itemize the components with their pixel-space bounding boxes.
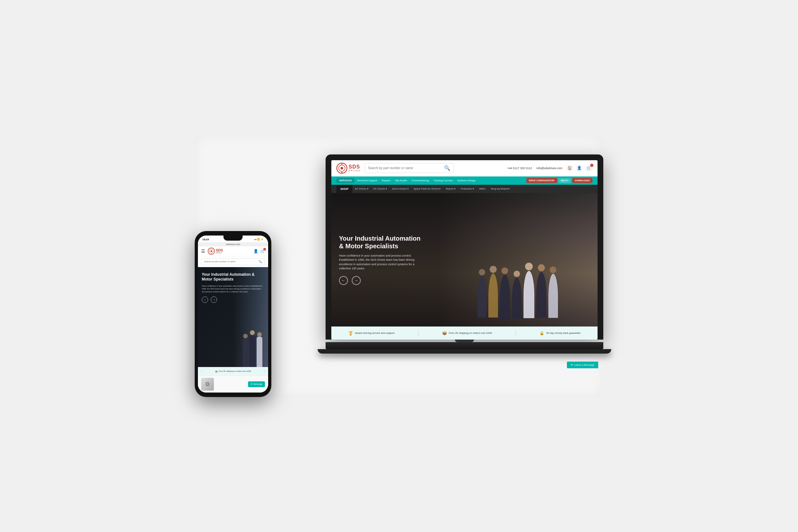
phone-number: +44 0117 332 5112 [507,167,532,170]
network-icon: ▪▪▪ [254,239,256,241]
benefit-shipping-text: Free UK shipping on orders over £200 [449,331,492,335]
url-bar[interactable]: sdsdrives.com [198,242,268,246]
shipping-icon: 📦 [442,331,447,336]
phone-benefit-next[interactable]: › [264,369,265,373]
svg-point-2 [341,167,343,169]
phone-benefit-text: Free UK shipping on orders over £200 [218,370,251,372]
hero-next-button[interactable]: → [352,276,361,285]
email-address: info@sdsdrives.com [536,167,563,170]
services-link-site-audits[interactable]: Site Audits [395,179,407,182]
phone-hero-nav: ← → [202,297,264,303]
cart-badge: 0 [590,164,593,167]
drive-configurator-button[interactable]: DRIVE CONFIGURATOR [526,178,557,183]
phone-message-button[interactable]: ✉ Message [248,381,265,387]
ac-drives-label: AC Drives [355,187,366,190]
hamburger-menu-icon[interactable]: ☰ [201,249,205,254]
search-input[interactable] [368,166,442,170]
phone-product-thumbnail: ⚙ [201,378,214,391]
leave-message-label: Leave a Message [574,363,594,366]
benefit-award: 🏆 Award winning service and support [348,331,395,336]
phone-search-icon[interactable]: 🔍 [259,260,262,263]
benefit-divider-2 [515,330,516,336]
services-link-technical-support[interactable]: Technical Support [357,179,377,182]
chevron-icon: ▾ [508,187,510,190]
motors-label: Motors [445,187,453,190]
services-right-buttons: DRIVE CONFIGURATOR HELP ▾ DOWNLOADS [526,178,592,183]
cart-icon[interactable]: 🛒 0 [585,165,592,172]
shop-nav-protection[interactable]: Protection ▾ [458,185,477,193]
shop-nav-motors[interactable]: Motors ▾ [443,185,458,193]
benefit-award-text: Award winning service and support [355,331,395,335]
shop-nav-servo-drives[interactable]: Servo Drives ▾ [390,185,411,193]
services-bar: SERVICES Technical Support Repairs Site … [331,176,597,185]
chevron-icon: ▾ [407,187,408,190]
laptop-screen: SDS DRIVES 🔍 +44 0117 332 5112 info@sdsd… [331,160,597,340]
logo[interactable]: SDS DRIVES [337,163,361,174]
account-icon[interactable]: 👤 [576,165,583,172]
wifi-icon: 📶 [257,238,260,241]
person-5 [524,263,534,326]
person-1 [477,269,487,326]
services-link-training-courses[interactable]: Training Courses [434,179,453,182]
services-label: SERVICES [337,178,354,183]
hero-title: Your Industrial Automation & Motor Speci… [339,234,426,250]
person-2 [488,266,498,326]
home-icon[interactable]: 🏠 [566,165,573,172]
chevron-icon: ▾ [385,187,387,190]
phone-search-input[interactable] [204,261,257,263]
leave-message-button[interactable]: ✉ Leave a Message [567,362,598,368]
phone-benefit-item: 📦 Free UK shipping on orders over £200 [215,370,251,373]
chevron-down-icon: ▾ [567,179,569,182]
phone-person-1 [243,334,248,367]
spare-parts-label: Spare Parts for Drives [414,187,439,190]
hero-prev-button[interactable]: ← [339,276,348,285]
phone-time: 15:24 [202,238,209,241]
search-bar[interactable]: 🔍 [364,163,454,173]
phone-bottom-bar: ⚙ ✉ Message [198,376,268,393]
phone-signal: ▪▪▪ 📶 🔋 [254,238,264,241]
benefit-guarantee-text: 30 day money back guarantee [546,331,581,335]
servo-drives-label: Servo Drives [392,187,407,190]
shop-nav-spare-parts[interactable]: Spare Parts for Drives ▾ [411,185,443,193]
hero-navigation: ← → [339,276,426,285]
phone-benefit-prev[interactable]: ‹ [201,369,202,373]
person-7 [548,266,558,326]
benefit-shipping: 📦 Free UK shipping on orders over £200 [442,331,492,336]
shop-nav-ac-drives[interactable]: AC Drives ▾ [353,185,371,193]
phone-cart-icon[interactable]: 🛒 0 [260,249,265,253]
url-text: sdsdrives.com [226,243,240,245]
hero-content: Your Industrial Automation & Motor Speci… [331,225,434,294]
shop-nav-hmis[interactable]: HMI's [477,185,488,193]
product-image-placeholder: ⚙ [205,381,210,388]
help-label: HELP [561,179,567,182]
hero-description: Have confidence in your automation and p… [339,254,426,271]
award-icon: 🏆 [348,331,353,336]
phone-device: 15:24 ▪▪▪ 📶 🔋 sdsdrives.com ☰ [195,231,271,397]
phone-screen: 15:24 ▪▪▪ 📶 🔋 sdsdrives.com ☰ [198,235,268,393]
chevron-icon: ▾ [439,187,440,190]
shop-nav-brand[interactable]: Shop by Brand ▾ [488,185,512,193]
search-icon[interactable]: 🔍 [444,165,450,171]
phone-account-icon[interactable]: 👤 [253,249,258,253]
phone-message-icon: ✉ [251,383,252,385]
laptop-foot [318,349,611,354]
phone-hero-section: Your Industrial Automation & Motor Speci… [198,267,268,367]
phone-hero-title: Your Industrial Automation & Motor Speci… [202,272,264,282]
phone-message-label: Message [253,383,262,385]
phone-cart-badge: 0 [263,248,266,250]
phone-search-bar[interactable]: 🔍 [201,258,265,265]
phone-hero-prev[interactable]: ← [202,297,208,303]
phone-logo[interactable]: SDS DRIVES [208,248,223,255]
services-link-repairs[interactable]: Repairs [382,179,391,182]
shop-nav-dc-drives[interactable]: DC Drives ▾ [371,185,390,193]
services-link-commissioning[interactable]: Commissioning [412,179,429,182]
services-link-systems-design[interactable]: Systems Design [457,179,476,182]
phone-hero-next[interactable]: → [211,297,217,303]
person-3 [500,267,510,326]
hmis-label: HMI's [479,187,486,190]
laptop-notch [455,340,474,342]
chevron-icon: ▾ [473,187,474,190]
shop-nav: SHOP AC Drives ▾ DC Drives ▾ Servo Drive… [331,185,597,193]
downloads-button[interactable]: DOWNLOADS [572,178,592,183]
help-button[interactable]: HELP ▾ [558,178,571,183]
